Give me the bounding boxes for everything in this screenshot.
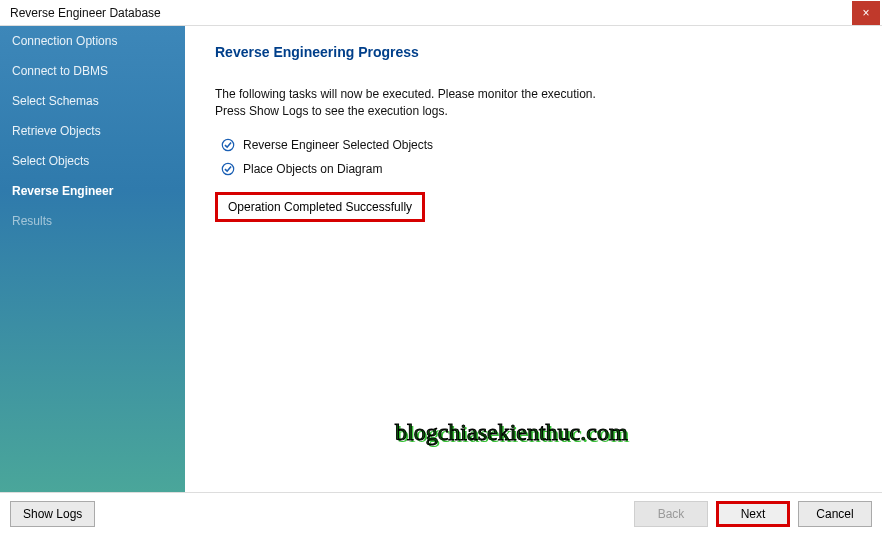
page-heading: Reverse Engineering Progress: [215, 44, 852, 60]
sidebar-item-label: Select Schemas: [12, 94, 99, 108]
sidebar-item-label: Select Objects: [12, 154, 89, 168]
titlebar: Reverse Engineer Database ×: [0, 0, 882, 26]
operation-status: Operation Completed Successfully: [215, 192, 425, 222]
watermark-text: blogchiasekienthuc.com: [395, 419, 628, 446]
sidebar-item-label: Connection Options: [12, 34, 117, 48]
check-icon: [221, 138, 235, 152]
close-icon: ×: [862, 6, 869, 20]
sidebar-item-retrieve-objects[interactable]: Retrieve Objects: [0, 116, 185, 146]
sidebar-item-select-objects[interactable]: Select Objects: [0, 146, 185, 176]
check-icon: [221, 162, 235, 176]
task-label: Reverse Engineer Selected Objects: [243, 138, 433, 152]
main-panel: Reverse Engineering Progress The followi…: [185, 26, 882, 492]
back-button: Back: [634, 501, 708, 527]
task-label: Place Objects on Diagram: [243, 162, 382, 176]
close-button[interactable]: ×: [852, 1, 880, 25]
cancel-button[interactable]: Cancel: [798, 501, 872, 527]
sidebar-item-select-schemas[interactable]: Select Schemas: [0, 86, 185, 116]
sidebar-item-label: Reverse Engineer: [12, 184, 113, 198]
sidebar-item-label: Retrieve Objects: [12, 124, 101, 138]
wizard-sidebar: Connection Options Connect to DBMS Selec…: [0, 26, 185, 492]
window-title: Reverse Engineer Database: [10, 6, 161, 20]
sidebar-item-connect-dbms[interactable]: Connect to DBMS: [0, 56, 185, 86]
sidebar-item-reverse-engineer[interactable]: Reverse Engineer: [0, 176, 185, 206]
body: Connection Options Connect to DBMS Selec…: [0, 26, 882, 492]
sidebar-item-connection-options[interactable]: Connection Options: [0, 26, 185, 56]
task-row: Place Objects on Diagram: [221, 162, 852, 176]
info-line-2: Press Show Logs to see the execution log…: [215, 104, 448, 118]
next-button[interactable]: Next: [716, 501, 790, 527]
wizard-window: Reverse Engineer Database × Connection O…: [0, 0, 882, 537]
task-row: Reverse Engineer Selected Objects: [221, 138, 852, 152]
sidebar-item-results[interactable]: Results: [0, 206, 185, 236]
info-text: The following tasks will now be executed…: [215, 86, 852, 120]
show-logs-button[interactable]: Show Logs: [10, 501, 95, 527]
info-line-1: The following tasks will now be executed…: [215, 87, 596, 101]
sidebar-item-label: Connect to DBMS: [12, 64, 108, 78]
wizard-footer: Show Logs Back Next Cancel: [0, 492, 882, 537]
sidebar-item-label: Results: [12, 214, 52, 228]
operation-status-highlight: Operation Completed Successfully: [215, 186, 852, 222]
